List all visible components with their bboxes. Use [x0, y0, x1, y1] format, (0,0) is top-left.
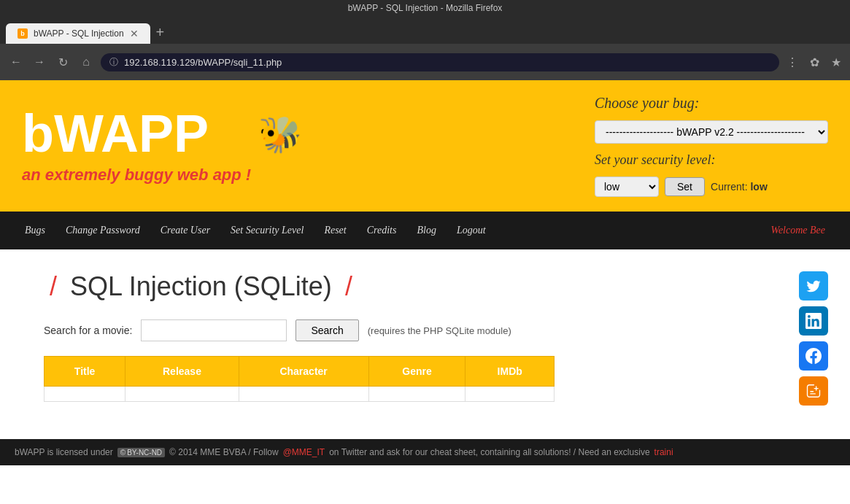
table-header: Title Release Character Genre IMDb [45, 357, 555, 387]
footer-text1: bWAPP is licensed under [15, 447, 113, 457]
results-table: Title Release Character Genre IMDb [44, 356, 555, 402]
tab-favicon: b [18, 28, 28, 39]
title-slash-left: / [50, 271, 57, 301]
current-level-text: Current: low [711, 181, 768, 193]
nav-create-user[interactable]: Create User [150, 213, 220, 248]
bookmark-button[interactable]: ★ [828, 53, 844, 72]
current-level-value: low [750, 181, 767, 193]
browser-toolbar: ← → ↻ ⌂ ⓘ ⋮ ✿ ★ [0, 44, 850, 80]
nav-reset[interactable]: Reset [314, 213, 356, 248]
social-sidebar [799, 271, 828, 406]
search-row: Search for a movie: Search (requires the… [44, 319, 806, 341]
forward-button[interactable]: → [29, 52, 50, 72]
security-icon: ⓘ [109, 56, 118, 69]
nav-credits[interactable]: Credits [357, 213, 407, 248]
nav-set-security-level[interactable]: Set Security Level [220, 213, 314, 248]
search-note: (requires the PHP SQLite module) [368, 325, 511, 336]
browser-titlebar: bWAPP - SQL Injection - Mozilla Firefox [0, 0, 850, 18]
new-tab-button[interactable]: + [150, 24, 171, 41]
security-select[interactable]: low medium high [595, 177, 659, 197]
cell-imdb [465, 387, 555, 402]
nav-bugs[interactable]: Bugs [15, 213, 55, 248]
col-title: Title [45, 357, 125, 387]
tab-label: bWAPP - SQL Injection [34, 28, 124, 39]
security-row: Set your security level: [595, 152, 715, 168]
logo-text-area: bWAPP an extremely buggy web app ! [22, 107, 251, 185]
footer-twitter-link[interactable]: @MME_IT [283, 447, 325, 457]
col-genre: Genre [368, 357, 465, 387]
twitter-button[interactable] [799, 271, 828, 301]
col-release: Release [125, 357, 239, 387]
back-button[interactable]: ← [6, 52, 26, 72]
tab-close-button[interactable]: ✕ [130, 28, 139, 39]
nav-logout[interactable]: Logout [447, 213, 496, 248]
browser-tab[interactable]: b bWAPP - SQL Injection ✕ [6, 23, 150, 44]
nav-welcome[interactable]: Welcome Bee [761, 213, 836, 248]
search-input[interactable] [141, 319, 287, 341]
nav-buttons: ← → ↻ ⌂ [6, 52, 96, 72]
cell-release [125, 387, 239, 402]
set-security-button[interactable]: Set [665, 177, 705, 196]
window-title: bWAPP - SQL Injection - Mozilla Firefox [348, 3, 503, 13]
logo-subtitle: an extremely buggy web app ! [22, 166, 251, 185]
more-options-button[interactable]: ⋮ [784, 53, 801, 72]
facebook-button[interactable] [799, 341, 828, 371]
toolbar-actions: ⋮ ✿ ★ [784, 53, 844, 72]
page-title: / SQL Injection (SQLite) / [44, 271, 806, 302]
address-bar[interactable] [124, 57, 770, 68]
linkedin-button[interactable] [799, 306, 828, 336]
table-header-row: Title Release Character Genre IMDb [45, 357, 555, 387]
table-body [45, 387, 555, 402]
nav-bar: Bugs Change Password Create User Set Sec… [0, 212, 850, 249]
blogger-button[interactable] [799, 376, 828, 406]
choose-bug-label: Choose your bug: [595, 95, 699, 112]
security-controls: low medium high Set Current: low [595, 177, 768, 197]
cell-genre [368, 387, 465, 402]
refresh-button[interactable]: ↻ [53, 52, 73, 72]
page-footer: bWAPP is licensed under © BY-NC-ND © 201… [0, 439, 850, 465]
home-button[interactable]: ⌂ [76, 52, 96, 72]
bee-icon: 🐝 [258, 115, 302, 155]
table-row [45, 387, 555, 402]
logo-area: bWAPP an extremely buggy web app ! 🐝 [22, 107, 302, 185]
page-header: bWAPP an extremely buggy web app ! 🐝 Cho… [0, 80, 850, 212]
footer-text3: on Twitter and ask for our cheat sheet, … [329, 447, 649, 457]
nav-blog[interactable]: Blog [406, 213, 446, 248]
search-label: Search for a movie: [44, 325, 132, 336]
nav-change-password[interactable]: Change Password [55, 213, 150, 248]
footer-cc-badge: © BY-NC-ND [117, 448, 165, 457]
address-bar-container: ⓘ [101, 53, 779, 71]
header-controls: Choose your bug: -------------------- bW… [595, 95, 828, 197]
logo: bWAPP [22, 107, 251, 160]
search-button[interactable]: Search [295, 319, 358, 341]
main-content: / SQL Injection (SQLite) / Search for a … [0, 249, 850, 439]
bug-select[interactable]: -------------------- bWAPP v2.2 --------… [595, 120, 828, 144]
footer-training-link[interactable]: traini [654, 447, 673, 457]
pocket-button[interactable]: ✿ [807, 53, 822, 72]
cell-character [239, 387, 368, 402]
col-character: Character [239, 357, 368, 387]
page-title-text: SQL Injection (SQLite) [70, 271, 332, 301]
tab-bar: b bWAPP - SQL Injection ✕ + [0, 18, 850, 44]
cell-title [45, 387, 125, 402]
cc-label: BY-NC-ND [127, 449, 162, 457]
footer-text2: © 2014 MME BVBA / Follow [169, 447, 279, 457]
security-label: Set your security level: [595, 152, 715, 168]
col-imdb: IMDb [465, 357, 555, 387]
title-slash-right: / [345, 271, 352, 301]
